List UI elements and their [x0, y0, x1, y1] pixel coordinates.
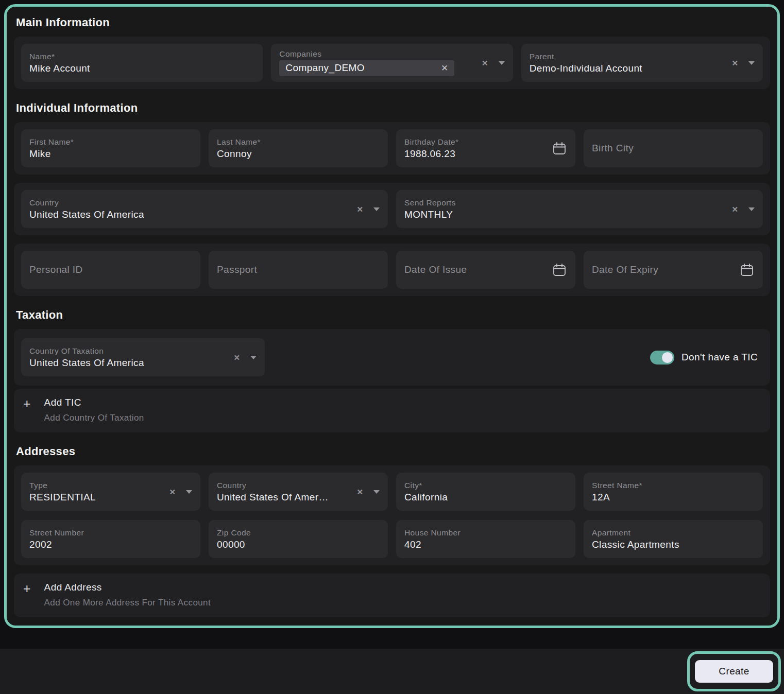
add-address-subtitle: Add One More Address For This Account [44, 598, 211, 608]
passport-field[interactable]: Passport [209, 251, 388, 289]
individual-row-2: Country United States Of America ✕ Send … [14, 183, 770, 235]
company-chip[interactable]: Company_DEMO ✕ [279, 60, 454, 76]
date-of-expiry-placeholder: Date Of Expiry [592, 264, 658, 275]
plus-icon: + [23, 582, 31, 596]
chevron-down-icon[interactable] [499, 61, 505, 65]
address-row-2: Street Number 2002 Zip Code 00000 House … [21, 520, 763, 558]
section-title-taxation: Taxation [16, 308, 768, 322]
dont-have-tic-toggle[interactable] [650, 351, 674, 365]
country-field[interactable]: Country United States Of America ✕ [21, 190, 388, 228]
date-of-issue-field[interactable]: Date Of Issue [396, 251, 575, 289]
address-row-1: Type RESIDENTIAL ✕ Country United States… [21, 473, 763, 511]
street-number-field[interactable]: Street Number 2002 [21, 520, 200, 558]
clear-icon[interactable]: ✕ [356, 205, 363, 213]
clear-icon[interactable]: ✕ [731, 59, 738, 67]
add-tic-text: Add TIC Add Country Of Taxation [44, 397, 144, 423]
city-value: California [404, 492, 448, 503]
add-tic-button[interactable]: + Add TIC Add Country Of Taxation [14, 389, 770, 432]
chevron-down-icon[interactable] [250, 356, 257, 359]
passport-placeholder: Passport [217, 264, 257, 275]
individual-row-1: First Name* Mike Last Name* Connoy Birth… [14, 122, 770, 175]
chevron-down-icon[interactable] [186, 490, 192, 494]
add-tic-label: Add TIC [44, 397, 144, 408]
name-value: Mike Account [29, 63, 90, 74]
last-name-field[interactable]: Last Name* Connoy [209, 129, 388, 167]
birth-city-placeholder: Birth City [592, 143, 634, 154]
house-number-value: 402 [404, 539, 461, 550]
chevron-down-icon[interactable] [748, 61, 755, 65]
zip-code-field[interactable]: Zip Code 00000 [209, 520, 388, 558]
parent-field[interactable]: Parent Demo-Individual Account ✕ [521, 44, 763, 82]
street-name-label: Street Name* [592, 481, 642, 490]
send-reports-value: MONTHLY [404, 209, 456, 220]
house-number-field[interactable]: House Number 402 [396, 520, 575, 558]
company-chip-label: Company_DEMO [285, 62, 365, 74]
parent-value: Demo-Individual Account [530, 63, 642, 74]
create-highlight-frame: Create [687, 651, 781, 691]
apartment-field[interactable]: Apartment Classic Apartments [584, 520, 763, 558]
create-button[interactable]: Create [695, 660, 773, 683]
address-type-label: Type [29, 481, 96, 490]
apartment-value: Classic Apartments [592, 539, 679, 550]
personal-id-placeholder: Personal ID [29, 264, 83, 275]
chevron-down-icon[interactable] [373, 490, 380, 494]
tic-toggle-label: Don't have a TIC [681, 352, 758, 363]
taxation-row: Country Of Taxation United States Of Ame… [14, 329, 770, 386]
footer-bar: Create [0, 649, 784, 694]
city-label: City* [404, 481, 448, 490]
clear-icon[interactable]: ✕ [233, 354, 240, 361]
address-card: Type RESIDENTIAL ✕ Country United States… [14, 465, 770, 565]
calendar-icon[interactable] [552, 262, 567, 277]
address-country-field[interactable]: Country United States Of Amer… ✕ [209, 473, 388, 511]
country-of-taxation-field[interactable]: Country Of Taxation United States Of Ame… [21, 338, 265, 376]
country-of-taxation-label: Country Of Taxation [29, 346, 144, 356]
date-of-expiry-field[interactable]: Date Of Expiry [584, 251, 763, 289]
birth-city-field[interactable]: Birth City [584, 129, 763, 167]
zip-code-label: Zip Code [217, 528, 251, 537]
address-type-field[interactable]: Type RESIDENTIAL ✕ [21, 473, 200, 511]
tic-toggle-group: Don't have a TIC [650, 338, 763, 376]
birthday-date-field[interactable]: Birthday Date* 1988.06.23 [396, 129, 575, 167]
toggle-knob [662, 352, 673, 363]
first-name-field[interactable]: First Name* Mike [21, 129, 200, 167]
name-field[interactable]: Name* Mike Account [21, 44, 263, 82]
add-address-button[interactable]: + Add Address Add One More Address For T… [14, 574, 770, 617]
section-title-addresses: Addresses [16, 445, 768, 458]
street-name-value: 12A [592, 492, 642, 503]
companies-field[interactable]: Companies Company_DEMO ✕ ✕ [271, 44, 513, 82]
birthday-date-label: Birthday Date* [404, 137, 459, 147]
chevron-down-icon[interactable] [373, 207, 380, 211]
street-number-value: 2002 [29, 539, 84, 550]
add-address-label: Add Address [44, 582, 211, 593]
address-type-value: RESIDENTIAL [29, 492, 96, 503]
city-field[interactable]: City* California [396, 473, 575, 511]
send-reports-field[interactable]: Send Reports MONTHLY ✕ [396, 190, 763, 228]
clear-icon[interactable]: ✕ [356, 488, 363, 496]
chip-remove-icon[interactable]: ✕ [441, 64, 448, 73]
country-of-taxation-value: United States Of America [29, 357, 144, 369]
country-label: Country [29, 198, 144, 207]
clear-icon[interactable]: ✕ [731, 205, 738, 213]
birthday-date-value: 1988.06.23 [404, 148, 459, 160]
calendar-icon[interactable] [739, 262, 755, 277]
parent-label: Parent [530, 52, 642, 61]
companies-label: Companies [279, 49, 454, 59]
chevron-down-icon[interactable] [748, 207, 755, 211]
zip-code-value: 00000 [217, 539, 251, 550]
first-name-value: Mike [29, 148, 74, 160]
section-title-individual-information: Individual Information [16, 101, 768, 115]
street-name-field[interactable]: Street Name* 12A [584, 473, 763, 511]
add-address-text: Add Address Add One More Address For Thi… [44, 582, 211, 608]
individual-row-3: Personal ID Passport Date Of Issue Date … [14, 244, 770, 296]
last-name-label: Last Name* [217, 137, 261, 147]
main-information-row: Name* Mike Account Companies Company_DEM… [14, 37, 770, 89]
house-number-label: House Number [404, 528, 461, 537]
address-country-label: Country [217, 481, 329, 490]
clear-icon[interactable]: ✕ [169, 488, 176, 496]
plus-icon: + [23, 397, 31, 411]
personal-id-field[interactable]: Personal ID [21, 251, 200, 289]
calendar-icon[interactable] [552, 141, 567, 156]
clear-icon[interactable]: ✕ [482, 59, 488, 67]
date-of-issue-placeholder: Date Of Issue [404, 264, 467, 275]
first-name-label: First Name* [29, 137, 74, 147]
